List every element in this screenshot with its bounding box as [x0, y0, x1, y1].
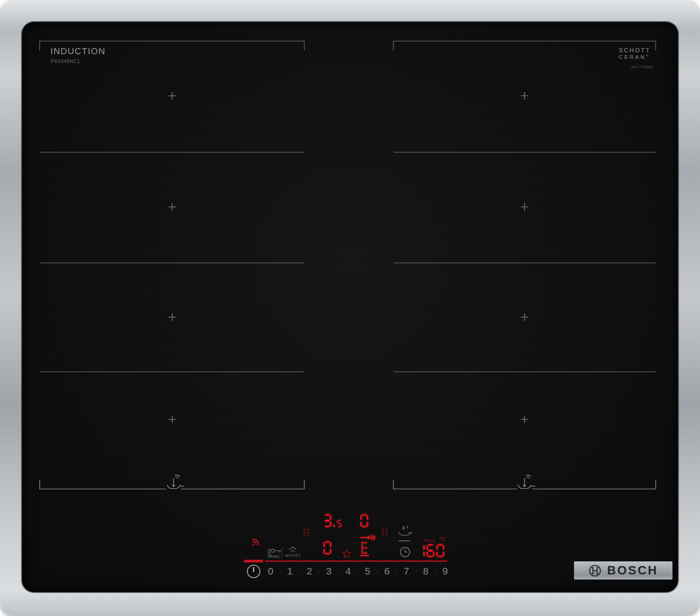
boost-label: BOOST [286, 553, 301, 558]
cooking-zone-right-mid-rear [393, 152, 656, 263]
boost-chevron-icon[interactable] [288, 546, 297, 553]
cooking-zone-right-front [393, 372, 656, 489]
level-separator: · [415, 567, 417, 575]
cooking-zone-right-mid-front [393, 263, 656, 372]
time-unit-label: min s [424, 538, 435, 543]
temperature-unit-label: °C [439, 536, 445, 542]
cooking-zone-left-front [40, 372, 304, 489]
timer-temperature-display [417, 544, 444, 557]
power-slider-track[interactable] [265, 560, 447, 562]
zone-select-dots-icon-left[interactable] [303, 529, 310, 536]
model-number: PXX645HC1 [51, 59, 80, 64]
level-separator: · [337, 567, 340, 575]
level-separator: · [318, 567, 320, 575]
power-level-key-0[interactable]: 0 [268, 566, 273, 577]
power-button[interactable] [247, 565, 260, 578]
level-separator: · [376, 567, 378, 575]
star-icon[interactable] [342, 549, 351, 559]
schott-ceran-logo: SCHOTT CERAN® [619, 47, 651, 60]
bosch-logo-text: BOSCH [607, 563, 658, 578]
ceran-line: CERAN® [619, 54, 651, 60]
serial-number: 9001778568 [631, 65, 653, 69]
power-level-key-4[interactable]: 4 [345, 566, 351, 577]
control-divider [282, 547, 282, 558]
level-separator: · [357, 567, 359, 575]
frying-sensor-icon[interactable] [397, 524, 413, 538]
zone-level-display-bottom-left [323, 541, 331, 554]
cooking-zone-left-mid-rear [40, 152, 304, 263]
sensor-line [399, 540, 410, 541]
power-level-key-1[interactable]: 1 [287, 566, 293, 577]
power-level-key-3[interactable]: 3 [326, 566, 332, 577]
bosch-anchor-icon [588, 564, 602, 577]
level-separator: · [279, 567, 281, 575]
level-separator: · [434, 567, 437, 575]
type-label: INDUCTION [50, 46, 105, 57]
cooking-zone-right-rear [393, 41, 656, 152]
cooking-zone-left-rear [40, 41, 304, 152]
cooking-zone-left-mid-front [40, 263, 304, 372]
power-level-key-7[interactable]: 7 [404, 566, 409, 577]
power-level-key-9[interactable]: 9 [442, 566, 448, 577]
lock-duration-label: 4sec [270, 554, 280, 559]
zone-select-dots-icon-right[interactable] [382, 529, 388, 536]
induction-hob-product-photo: INDUCTION PXX645HC1 SCHOTT CERAN® 900177… [0, 0, 700, 616]
power-slider-active-bar [244, 560, 263, 562]
schott-line: SCHOTT [619, 47, 651, 54]
power-level-key-6[interactable]: 6 [384, 566, 390, 577]
zone-level-display-top-left [323, 514, 342, 527]
power-level-key-8[interactable]: 8 [423, 566, 429, 577]
power-icon [253, 567, 254, 572]
clock-icon[interactable] [399, 546, 411, 558]
power-level-scale[interactable]: 0·1·2·3·4·5·6·7·8·9 [268, 565, 448, 577]
zone-level-display-top-right [360, 514, 368, 527]
power-level-key-5[interactable]: 5 [365, 566, 371, 577]
bosch-badge: BOSCH [574, 561, 672, 580]
level-separator: · [396, 567, 398, 575]
key-lock-icon[interactable] [271, 547, 282, 554]
level-separator: · [299, 567, 301, 575]
power-level-key-2[interactable]: 2 [307, 566, 312, 577]
pause-icon[interactable] [264, 549, 271, 558]
